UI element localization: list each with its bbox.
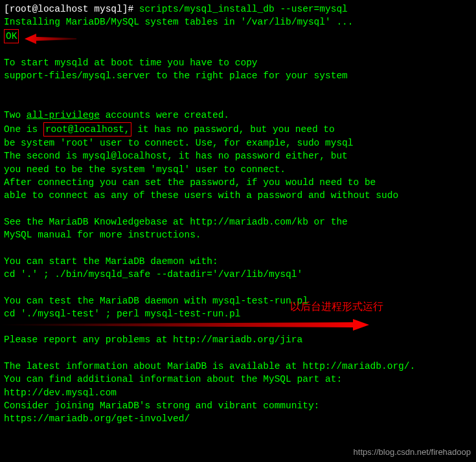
output-line: http://dev.mysql.com — [4, 386, 472, 399]
ok-line: OK — [4, 29, 472, 43]
output-line: cd '.' ; ./bin/mysqld_safe --datadir='/v… — [4, 268, 472, 281]
root-localhost-box: root@localhost, — [43, 122, 132, 137]
prompt-line: [root@localhost mysql]# scripts/mysql_in… — [4, 3, 472, 16]
output-line: Installing MariaDB/MySQL system tables i… — [4, 16, 472, 28]
blank-line — [4, 43, 472, 56]
output-line: be system 'root' user to connect. Use, f… — [4, 137, 472, 149]
shell-prompt: [root@localhost mysql]# — [4, 4, 139, 14]
output-line: cd './mysql-test' ; perl mysql-test-run.… — [4, 307, 472, 320]
blank-line — [4, 320, 472, 333]
blank-line — [4, 96, 472, 109]
output-line: You can find additional information abou… — [4, 373, 472, 386]
output-line: Two all-privilege accounts were created. — [4, 109, 472, 122]
command-text: scripts/mysql_install_db --user=mysql — [139, 4, 348, 14]
blank-line — [4, 241, 472, 254]
output-line: You can start the MariaDB daemon with: — [4, 255, 472, 268]
output-line: You can test the MariaDB daemon with mys… — [4, 294, 472, 307]
output-line: https://mariadb.org/get-involved/ — [4, 412, 472, 425]
blank-line — [4, 347, 472, 360]
output-line: Please report any problems at http://mar… — [4, 333, 472, 346]
output-line: To start mysqld at boot time you have to… — [4, 56, 472, 69]
output-line: support-files/mysql.server to the right … — [4, 69, 472, 82]
output-line: MySQL manual for more instructions. — [4, 228, 472, 241]
output-line: See the MariaDB Knowledgebase at http://… — [4, 215, 472, 228]
output-line: Consider joining MariaDB's strong and vi… — [4, 399, 472, 412]
output-line: After connecting you can set the passwor… — [4, 176, 472, 189]
blank-line — [4, 281, 472, 294]
output-line: The latest information about MariaDB is … — [4, 360, 472, 373]
blank-line — [4, 202, 472, 215]
ok-box: OK — [4, 29, 19, 43]
terminal-output: [root@localhost mysql]# scripts/mysql_in… — [4, 3, 472, 426]
watermark-text: https://blog.csdn.net/firehadoop — [354, 446, 471, 458]
output-line: The second is mysql@localhost, it has no… — [4, 149, 472, 162]
blank-line — [4, 83, 472, 96]
output-line: you need to be the system 'mysql' user t… — [4, 163, 472, 176]
output-line: able to connect as any of these users wi… — [4, 189, 472, 202]
underlined-text: all-privilege — [27, 110, 100, 120]
output-line: One is root@localhost, it has no passwor… — [4, 122, 472, 137]
